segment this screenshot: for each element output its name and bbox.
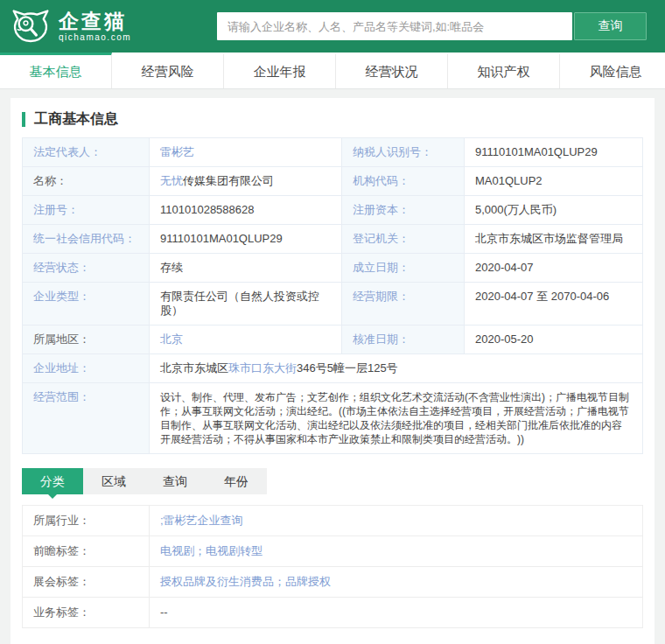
brand-logo[interactable]: 企查猫 qichamao.com bbox=[10, 8, 217, 45]
info-value: 2020-05-20 bbox=[465, 326, 643, 354]
info-value: 91110101MA01QLUP29 bbox=[150, 225, 342, 254]
info-value: 2020-04-07 bbox=[465, 254, 643, 283]
value-text: 北京市东城区 bbox=[160, 361, 228, 374]
section-header: 工商基本信息 bbox=[22, 110, 643, 129]
info-label[interactable]: 经营状态： bbox=[23, 254, 150, 283]
info-value: 北京市东城区市场监督管理局 bbox=[465, 225, 643, 254]
brand-domain: qichamao.com bbox=[59, 32, 131, 42]
value-text: MA01QLUP2 bbox=[475, 174, 542, 187]
info-label[interactable]: 注册号： bbox=[23, 196, 150, 225]
info-value: 2020-04-07 至 2070-04-06 bbox=[465, 283, 643, 326]
nav-tab-basic-info[interactable]: 基本信息 bbox=[0, 52, 112, 88]
tag-value: -- bbox=[150, 598, 643, 628]
info-label[interactable]: 企业地址： bbox=[23, 354, 150, 383]
tag-label: 业务标签： bbox=[23, 598, 150, 628]
brand-text: 企查猫 qichamao.com bbox=[59, 10, 131, 42]
tag-value: 授权品牌及衍生消费品；品牌授权 bbox=[150, 567, 643, 598]
tag-link[interactable]: 授权品牌及衍生消费品；品牌授权 bbox=[160, 575, 331, 588]
tag-label: 前瞻标签： bbox=[23, 536, 150, 567]
info-value: 有限责任公司（自然人投资或控股） bbox=[150, 283, 342, 326]
search-button[interactable]: 查询 bbox=[574, 12, 647, 40]
tag-text: -- bbox=[160, 606, 168, 619]
info-value: 无忧传媒集团有限公司 bbox=[150, 167, 342, 196]
value-text: 北京市东城区市场监督管理局 bbox=[475, 232, 623, 245]
filter-tabs: 分类区域查询年份 bbox=[22, 468, 267, 494]
content-card: 工商基本信息 法定代表人：雷彬艺纳税人识别号：91110101MA01QLUP2… bbox=[10, 98, 654, 644]
info-label[interactable]: 统一社会信用代码： bbox=[23, 225, 150, 254]
info-label[interactable]: 机构代码： bbox=[342, 167, 465, 196]
info-label[interactable]: 登记机关： bbox=[342, 225, 465, 254]
info-value: 北京 bbox=[150, 326, 342, 354]
tag-value: ;雷彬艺企业查询 bbox=[150, 506, 643, 536]
value-link[interactable]: 北京 bbox=[160, 332, 183, 346]
info-label[interactable]: 注册资本： bbox=[342, 196, 465, 225]
value-text: 110101028588628 bbox=[160, 203, 255, 216]
search-input[interactable] bbox=[217, 12, 572, 40]
filter-tab-query[interactable]: 查询 bbox=[144, 468, 206, 494]
nav-tab-intellectual-property[interactable]: 知识产权 bbox=[448, 52, 560, 88]
info-value: 110101028588628 bbox=[150, 196, 342, 225]
value-link[interactable]: 无忧 bbox=[160, 174, 183, 187]
nav-tabs: 基本信息经营风险企业年报经营状况知识产权风险信息 bbox=[0, 52, 665, 89]
info-label[interactable]: 法定代表人： bbox=[23, 138, 150, 167]
tag-label: 所属行业： bbox=[23, 506, 150, 536]
section-title: 工商基本信息 bbox=[34, 110, 118, 129]
nav-tab-business-risk[interactable]: 经营风险 bbox=[112, 52, 224, 88]
filter-tab-category[interactable]: 分类 bbox=[22, 468, 83, 494]
info-label[interactable]: 经营期限： bbox=[342, 283, 465, 326]
info-value: 设计、制作、代理、发布广告；文艺创作；组织文化艺术交流活动(不含营业性演出)；广… bbox=[150, 383, 643, 454]
tag-value: 电视剧；电视剧转型 bbox=[150, 536, 643, 567]
info-value: 91110101MA01QLUP29 bbox=[465, 138, 643, 167]
value-text: 5,000(万人民币) bbox=[475, 203, 556, 216]
tags-table: 所属行业：;雷彬艺企业查询前瞻标签：电视剧；电视剧转型展会标签：授权品牌及衍生消… bbox=[22, 505, 643, 628]
value-text: 91110101MA01QLUP29 bbox=[475, 145, 598, 158]
info-label[interactable]: 核准日期： bbox=[342, 326, 465, 354]
nav-tab-risk-info[interactable]: 风险信息 bbox=[560, 52, 665, 88]
value-text: 传媒集团有限公司 bbox=[183, 174, 274, 187]
filter-tab-year[interactable]: 年份 bbox=[206, 468, 267, 494]
value-link[interactable]: 珠市口东大街 bbox=[228, 361, 297, 374]
value-text: 346号5幢一层125号 bbox=[297, 361, 398, 374]
info-label[interactable]: 成立日期： bbox=[342, 254, 465, 283]
tag-link[interactable]: 电视剧；电视剧转型 bbox=[160, 544, 262, 557]
section-accent-bar bbox=[22, 112, 25, 127]
value-text: 2020-05-20 bbox=[475, 332, 534, 346]
info-label: 所属地区： bbox=[23, 326, 150, 354]
business-info-table: 法定代表人：雷彬艺纳税人识别号：91110101MA01QLUP29名称：无忧传… bbox=[22, 137, 643, 454]
info-value: 存续 bbox=[150, 254, 342, 283]
info-label[interactable]: 企业类型： bbox=[23, 283, 150, 326]
tag-link[interactable]: ;雷彬艺企业查询 bbox=[160, 514, 243, 527]
cat-magnifier-icon bbox=[10, 8, 51, 45]
tag-label: 展会标签： bbox=[23, 567, 150, 598]
nav-tab-business-status[interactable]: 经营状况 bbox=[336, 52, 448, 88]
value-text: 存续 bbox=[160, 261, 183, 274]
value-text: 有限责任公司（自然人投资或控股） bbox=[160, 290, 319, 317]
value-link[interactable]: 雷彬艺 bbox=[160, 145, 194, 158]
filter-tab-region[interactable]: 区域 bbox=[83, 468, 144, 494]
search-box: 查询 bbox=[217, 12, 647, 40]
value-text: 2020-04-07 bbox=[475, 261, 534, 274]
info-label: 名称： bbox=[23, 167, 150, 196]
brand-name: 企查猫 bbox=[59, 10, 131, 32]
header: 企查猫 qichamao.com 查询 bbox=[0, 0, 665, 52]
value-text: 91110101MA01QLUP29 bbox=[160, 232, 283, 245]
value-text: 2020-04-07 至 2070-04-06 bbox=[475, 290, 609, 303]
info-value: 5,000(万人民币) bbox=[465, 196, 643, 225]
info-value: 北京市东城区珠市口东大街346号5幢一层125号 bbox=[150, 354, 643, 383]
info-label[interactable]: 经营范围： bbox=[23, 383, 150, 454]
info-label[interactable]: 纳税人识别号： bbox=[342, 138, 465, 167]
value-text: 设计、制作、代理、发布广告；文艺创作；组织文化艺术交流活动(不含营业性演出)；广… bbox=[160, 391, 629, 445]
nav-tab-annual-report[interactable]: 企业年报 bbox=[224, 52, 336, 88]
info-value: 雷彬艺 bbox=[150, 138, 342, 167]
info-value: MA01QLUP2 bbox=[465, 167, 643, 196]
